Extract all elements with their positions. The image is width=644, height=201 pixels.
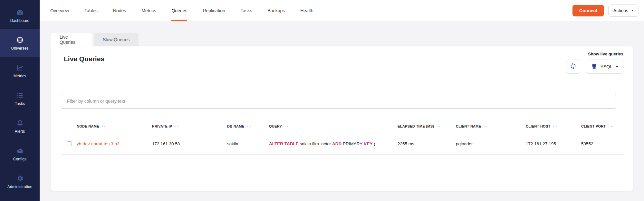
sort-icon: ▼▲ — [608, 125, 613, 127]
query-cell[interactable]: ALTER TABLE sakila.film_actor ADD PRIMAR… — [269, 141, 398, 146]
tab-tables[interactable]: Tables — [84, 0, 97, 21]
tab-replication[interactable]: Replication — [203, 0, 225, 21]
client-port-cell: 53552 — [581, 141, 623, 146]
api-type-value: YSQL — [601, 64, 612, 69]
api-type-dropdown[interactable]: YSQL — [586, 60, 623, 74]
bell-icon — [16, 119, 24, 127]
sort-icon: ▼▲ — [174, 125, 179, 127]
live-queries-table: NODE NAME▼▲ PRIVATE IP▼▲ DB NAME▼▲ QUERY… — [61, 119, 623, 155]
chart-line-icon — [16, 64, 24, 72]
table-row: yb-dev-epratt-test3-n3 172.161.30.58 sak… — [61, 133, 623, 155]
column-header-private-ip[interactable]: PRIVATE IP▼▲ — [152, 124, 227, 128]
sidebar-item-tasks[interactable]: Tasks — [0, 85, 40, 112]
sidebar-item-administration[interactable]: Administration — [0, 168, 40, 196]
sort-icon: ▼▲ — [483, 125, 488, 127]
queries-tabs: Live Queries Slow Queries — [51, 33, 139, 46]
tab-queries[interactable]: Queries — [171, 0, 187, 21]
topbar-actions: Connect Actions — [572, 0, 644, 21]
universe-header-bar: Overview Tables Nodes Metrics Queries Re… — [40, 0, 644, 21]
column-header-client-host[interactable]: CLIENT HOST▼▲ — [526, 124, 581, 128]
sort-icon: ▼▲ — [101, 125, 106, 127]
tab-health[interactable]: Health — [300, 0, 313, 21]
live-queries-controls: Show live queries YSQL — [566, 52, 623, 74]
tab-overview[interactable]: Overview — [50, 0, 69, 21]
sidebar-item-universes[interactable]: Universes — [0, 29, 40, 57]
tab-metrics[interactable]: Metrics — [141, 0, 156, 21]
sidebar-item-label: Alerts — [15, 129, 25, 134]
cloud-upload-icon — [16, 147, 24, 155]
list-icon — [16, 91, 24, 99]
page-title: Live Queries — [64, 55, 104, 63]
column-header-client-port[interactable]: CLIENT PORT▼▲ — [581, 124, 623, 128]
sort-icon: ▼▲ — [246, 125, 251, 127]
sidebar-item-configs[interactable]: Configs — [0, 140, 40, 168]
sidebar-item-label: Tasks — [15, 101, 25, 106]
sidebar-item-dashboard[interactable]: Dashboard — [0, 2, 40, 29]
db-name-cell: sakila — [227, 141, 269, 146]
column-header-client-name[interactable]: CLIENT NAME▼▲ — [456, 124, 526, 128]
sidebar-item-metrics[interactable]: Metrics — [0, 57, 40, 85]
actions-label: Actions — [613, 8, 628, 13]
sort-icon: ▼▲ — [553, 125, 558, 127]
actions-dropdown-button[interactable]: Actions — [608, 5, 639, 17]
sidebar-item-label: Metrics — [14, 74, 26, 78]
chevron-down-icon — [631, 10, 634, 11]
connect-button[interactable]: Connect — [572, 5, 604, 16]
queries-page: Live Queries Slow Queries Live Queries S… — [40, 21, 644, 201]
column-header-query[interactable]: QUERY▼▲ — [269, 124, 398, 128]
chevron-down-icon — [616, 66, 618, 68]
elapsed-time-cell: 2255 ms — [398, 141, 456, 146]
client-host-cell: 172.161.27.195 — [526, 141, 581, 146]
refresh-button[interactable] — [566, 60, 580, 74]
gear-icon — [16, 175, 24, 182]
gauge-icon — [16, 8, 24, 16]
column-header-elapsed-time[interactable]: ELAPSED TIME (MS)▼▲ — [398, 124, 456, 128]
sort-icon: ▼▲ — [436, 125, 441, 127]
sidebar-item-label: Administration — [7, 185, 32, 189]
sidebar-item-label: Configs — [13, 157, 26, 161]
sort-icon: ▼▲ — [284, 125, 289, 127]
tab-backups[interactable]: Backups — [268, 0, 285, 21]
tab-tasks[interactable]: Tasks — [241, 0, 252, 21]
sidebar-item-alerts[interactable]: Alerts — [0, 112, 40, 140]
globe-icon — [16, 36, 24, 44]
tab-slow-queries[interactable]: Slow Queries — [94, 33, 139, 46]
universe-topnav: Overview Tables Nodes Metrics Queries Re… — [40, 0, 313, 21]
column-header-node-name[interactable]: NODE NAME▼▲ — [77, 124, 152, 128]
private-ip-cell: 172.161.30.58 — [152, 141, 227, 146]
query-filter-input[interactable] — [61, 94, 616, 109]
node-name-link[interactable]: yb-dev-epratt-test3-n3 — [77, 141, 120, 146]
tab-live-queries[interactable]: Live Queries — [51, 33, 92, 46]
table-header-row: NODE NAME▼▲ PRIVATE IP▼▲ DB NAME▼▲ QUERY… — [61, 119, 623, 133]
sidebar-item-label: Dashboard — [10, 18, 30, 23]
row-checkbox[interactable] — [67, 141, 72, 146]
database-icon — [591, 63, 597, 70]
sidebar-item-label: Universes — [11, 46, 28, 51]
tab-nodes[interactable]: Nodes — [113, 0, 126, 21]
refresh-icon — [570, 62, 577, 71]
show-live-queries-label: Show live queries — [566, 52, 623, 56]
client-name-cell: pgloader — [456, 141, 526, 146]
column-header-db-name[interactable]: DB NAME▼▲ — [227, 124, 269, 128]
live-queries-panel: Live Queries Show live queries YSQL — [51, 46, 633, 191]
sidebar: Dashboard Universes Metrics Tasks Alerts… — [0, 0, 40, 201]
